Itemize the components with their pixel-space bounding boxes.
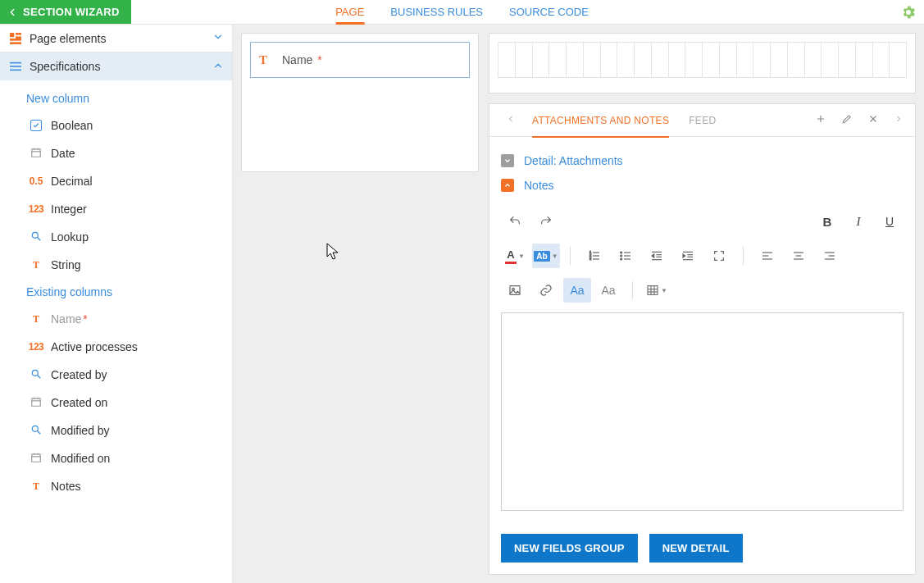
grid-cell[interactable]	[720, 43, 737, 77]
grid-cell[interactable]	[805, 43, 822, 77]
font-color-button[interactable]: A▼	[501, 244, 529, 268]
add-tab-button[interactable]	[815, 113, 826, 127]
chevron-up-icon	[501, 179, 514, 192]
top-tab-page[interactable]: PAGE	[335, 0, 364, 24]
back-label: SECTION WIZARD	[23, 6, 120, 18]
calendar-icon	[28, 147, 44, 161]
grid-cell[interactable]	[635, 43, 652, 77]
unordered-list-button[interactable]	[612, 244, 640, 268]
left-design-card[interactable]: T Name *	[241, 33, 479, 172]
bold-button[interactable]: B	[813, 209, 841, 234]
grid-cell[interactable]	[584, 43, 601, 77]
insert-image-button[interactable]	[501, 278, 529, 303]
existing-column-modified-by[interactable]: Modified by	[8, 417, 229, 444]
grid-cell[interactable]	[856, 43, 873, 77]
ordered-list-button[interactable]: 123	[580, 244, 608, 268]
tab-nav-next[interactable]	[894, 114, 904, 126]
new-fields-group-button[interactable]: NEW FIELDS GROUP	[501, 534, 638, 563]
layout-icon	[8, 33, 23, 44]
italic-button[interactable]: I	[844, 209, 872, 234]
integer-icon: 123	[28, 341, 44, 353]
svg-rect-0	[10, 33, 14, 37]
fullscreen-button[interactable]	[705, 244, 733, 268]
insert-link-button[interactable]	[532, 278, 560, 303]
new-column-boolean[interactable]: Boolean	[8, 112, 229, 139]
existing-columns-title: Existing columns	[8, 279, 229, 305]
svg-rect-1	[16, 33, 21, 35]
svg-point-36	[621, 255, 622, 257]
lookup-icon	[28, 230, 44, 244]
grid-cell[interactable]	[516, 43, 533, 77]
new-column-date[interactable]: Date	[8, 139, 229, 167]
grid-cell[interactable]	[652, 43, 669, 77]
grid-cell[interactable]	[788, 43, 805, 77]
font-family-button[interactable]: Aa	[563, 278, 591, 303]
grid-cell[interactable]	[567, 43, 584, 77]
top-tabs: PAGE BUSINESS RULES SOURCE CODE	[335, 0, 589, 24]
grid-cell[interactable]	[753, 43, 771, 77]
indent-button[interactable]	[674, 244, 702, 268]
detail-item-notes[interactable]: Notes	[501, 173, 904, 198]
existing-column-active-processes[interactable]: 123 Active processes	[8, 333, 229, 361]
gear-icon	[900, 4, 917, 20]
new-column-decimal[interactable]: 0.5 Decimal	[8, 167, 229, 195]
grid-cell[interactable]	[822, 43, 839, 77]
underline-button[interactable]: U	[876, 209, 904, 234]
insert-table-button[interactable]: ▼	[643, 278, 671, 303]
tab-attachments-and-notes[interactable]: ATTACHMENTS AND NOTES	[532, 104, 669, 137]
chevron-up-icon	[212, 60, 224, 74]
grid-cell[interactable]	[617, 43, 635, 77]
align-right-button[interactable]	[816, 244, 844, 268]
align-center-button[interactable]	[785, 244, 812, 268]
top-tab-source-code[interactable]: SOURCE CODE	[509, 0, 589, 24]
grid-cell[interactable]	[737, 43, 754, 77]
redo-button[interactable]	[532, 209, 560, 234]
grid-cell[interactable]	[890, 43, 907, 77]
existing-column-notes[interactable]: T Notes	[8, 472, 229, 500]
grid-cell[interactable]	[601, 43, 618, 77]
lookup-icon	[28, 368, 44, 382]
top-tab-business-rules[interactable]: BUSINESS RULES	[390, 0, 483, 24]
panel-page-elements[interactable]: Page elements	[0, 25, 232, 52]
svg-rect-2	[16, 36, 21, 39]
new-column-lookup[interactable]: Lookup	[8, 223, 229, 251]
panel-specifications[interactable]: Specifications	[0, 52, 232, 80]
string-icon: T	[259, 53, 274, 67]
existing-column-created-by[interactable]: Created by	[8, 361, 229, 389]
tab-feed[interactable]: FEED	[689, 104, 716, 137]
new-column-string[interactable]: T String	[8, 251, 229, 279]
edit-tab-button[interactable]	[841, 113, 853, 127]
svg-rect-3	[10, 39, 21, 41]
tab-nav-prev[interactable]	[501, 114, 521, 126]
notes-editor[interactable]	[501, 312, 904, 511]
panel-elements-label: Page elements	[30, 32, 212, 45]
calendar-icon	[28, 452, 44, 466]
new-column-integer[interactable]: 123 Integer	[8, 195, 229, 223]
grid-cell[interactable]	[533, 43, 550, 77]
existing-column-modified-on[interactable]: Modified on	[8, 444, 229, 472]
detail-item-attachments[interactable]: Detail: Attachments	[501, 148, 904, 173]
grid-cell[interactable]	[549, 43, 567, 77]
delete-tab-button[interactable]	[867, 113, 879, 127]
grid-cell[interactable]	[703, 43, 720, 77]
existing-column-name[interactable]: T Name*	[8, 305, 229, 333]
grid-cell[interactable]	[873, 43, 890, 77]
design-field-name[interactable]: T Name *	[250, 42, 470, 78]
back-to-section-wizard-button[interactable]: SECTION WIZARD	[0, 0, 131, 24]
svg-rect-57	[648, 286, 658, 295]
list-icon	[8, 61, 23, 72]
grid-cell[interactable]	[498, 43, 516, 77]
grid-cell[interactable]	[669, 43, 686, 77]
settings-button[interactable]	[893, 0, 924, 24]
outdent-button[interactable]	[643, 244, 671, 268]
font-size-button[interactable]: Aa	[594, 278, 622, 303]
existing-column-created-on[interactable]: Created on	[8, 389, 229, 417]
undo-button[interactable]	[501, 209, 529, 234]
grid-cell[interactable]	[771, 43, 788, 77]
design-grid-strip[interactable]	[489, 33, 916, 93]
align-left-button[interactable]	[753, 244, 781, 268]
grid-cell[interactable]	[685, 43, 703, 77]
grid-cell[interactable]	[839, 43, 856, 77]
highlight-color-button[interactable]: Ab▼	[532, 244, 560, 268]
new-detail-button[interactable]: NEW DETAIL	[649, 534, 743, 563]
